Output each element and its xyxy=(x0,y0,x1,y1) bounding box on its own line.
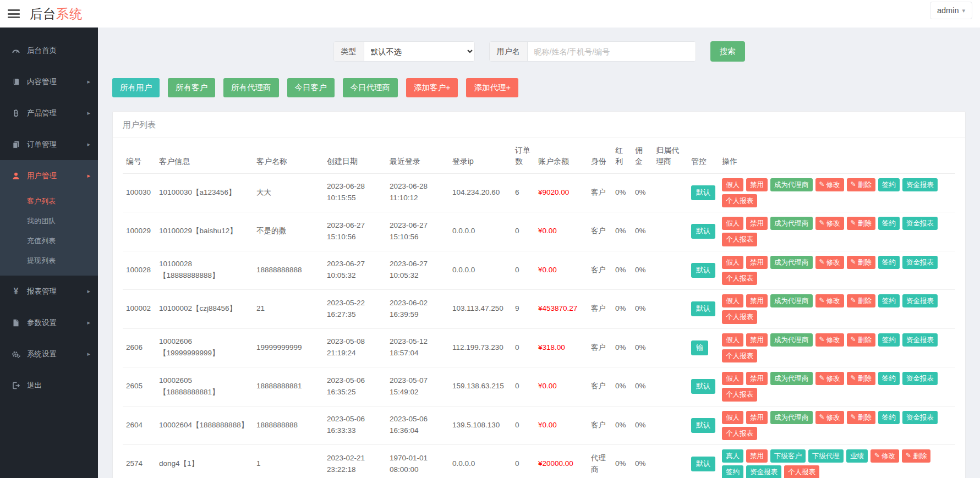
control-chip[interactable]: 默认 xyxy=(691,263,715,278)
op-fund-report-button[interactable]: 资金报表 xyxy=(902,333,938,347)
op-become-agent-button[interactable]: 成为代理商 xyxy=(770,294,813,307)
op-fund-report-button[interactable]: 资金报表 xyxy=(902,411,938,424)
op-personal-report-button[interactable]: 个人报表 xyxy=(722,310,757,323)
cell-control: 默认 xyxy=(688,290,719,329)
op-fake-user-button[interactable]: 假人 xyxy=(722,333,743,347)
all-agents-button[interactable]: 所有代理商 xyxy=(223,78,279,97)
op-sign-button[interactable]: 签约 xyxy=(722,465,743,478)
control-chip[interactable]: 默认 xyxy=(691,457,715,471)
op-sign-button[interactable]: 签约 xyxy=(878,256,900,269)
op-fund-report-button[interactable]: 资金报表 xyxy=(902,217,938,230)
username-input[interactable] xyxy=(528,42,696,61)
op-sign-button[interactable]: 签约 xyxy=(878,294,900,307)
sidebar-item-logout[interactable]: 退出 xyxy=(0,370,98,401)
op-disable-button[interactable]: 禁用 xyxy=(746,411,768,424)
op-delete-button[interactable]: ✎删除 xyxy=(847,333,875,347)
sidebar-item-products[interactable]: 产品管理 ▸ xyxy=(0,97,98,129)
hamburger-menu-icon[interactable] xyxy=(8,9,20,18)
op-sign-button[interactable]: 签约 xyxy=(878,333,900,347)
op-edit-button[interactable]: ✎修改 xyxy=(815,217,844,230)
all-customers-button[interactable]: 所有客户 xyxy=(168,78,215,97)
op-disable-button[interactable]: 禁用 xyxy=(746,178,768,191)
op-become-agent-button[interactable]: 成为代理商 xyxy=(770,256,813,269)
add-agent-button[interactable]: 添加代理+ xyxy=(466,78,518,97)
op-disable-button[interactable]: 禁用 xyxy=(746,294,768,307)
op-become-agent-button[interactable]: 成为代理商 xyxy=(770,411,813,424)
op-delete-button[interactable]: ✎删除 xyxy=(847,411,875,424)
op-edit-button[interactable]: ✎修改 xyxy=(815,333,844,347)
op-become-agent-button[interactable]: 成为代理商 xyxy=(770,217,813,230)
op-fund-report-button[interactable]: 资金报表 xyxy=(902,294,938,307)
op-sub-customers-button[interactable]: 下级客户 xyxy=(770,449,806,463)
op-sign-button[interactable]: 签约 xyxy=(878,372,900,385)
sidebar-item-my-team[interactable]: 我的团队 xyxy=(0,211,98,231)
op-fake-user-button[interactable]: 假人 xyxy=(722,256,743,269)
type-select[interactable]: 默认不选 xyxy=(364,42,474,61)
op-delete-button[interactable]: ✎删除 xyxy=(847,217,875,230)
op-real-user-button[interactable]: 真人 xyxy=(722,449,743,463)
op-sign-button[interactable]: 签约 xyxy=(878,178,900,191)
control-chip[interactable]: 默认 xyxy=(691,185,715,200)
op-become-agent-button[interactable]: 成为代理商 xyxy=(770,372,813,385)
op-disable-button[interactable]: 禁用 xyxy=(746,217,768,230)
op-fund-report-button[interactable]: 资金报表 xyxy=(902,256,938,269)
op-sign-button[interactable]: 签约 xyxy=(878,217,900,230)
op-fake-user-button[interactable]: 假人 xyxy=(722,294,743,307)
op-personal-report-button[interactable]: 个人报表 xyxy=(722,272,757,285)
op-performance-button[interactable]: 业绩 xyxy=(846,449,868,463)
sidebar-item-recharge-list[interactable]: 充值列表 xyxy=(0,231,98,251)
op-personal-report-button[interactable]: 个人报表 xyxy=(722,194,757,207)
add-customer-button[interactable]: 添加客户+ xyxy=(406,78,458,97)
op-edit-button[interactable]: ✎修改 xyxy=(815,256,844,269)
op-edit-button[interactable]: ✎修改 xyxy=(815,372,844,385)
op-delete-button[interactable]: ✎删除 xyxy=(902,449,930,463)
op-become-agent-button[interactable]: 成为代理商 xyxy=(770,333,813,347)
admin-user-menu[interactable]: admin ▾ xyxy=(930,2,972,19)
sidebar-item-dashboard[interactable]: 后台首页 xyxy=(0,35,98,66)
control-chip[interactable]: 输 xyxy=(691,340,708,355)
op-fake-user-button[interactable]: 假人 xyxy=(722,411,743,424)
control-chip[interactable]: 默认 xyxy=(691,224,715,239)
op-fake-user-button[interactable]: 假人 xyxy=(722,372,743,385)
op-delete-button[interactable]: ✎删除 xyxy=(847,178,875,191)
op-delete-button[interactable]: ✎删除 xyxy=(847,256,875,269)
op-fake-user-button[interactable]: 假人 xyxy=(722,178,743,191)
op-edit-button[interactable]: ✎修改 xyxy=(870,449,899,463)
sidebar-item-reports[interactable]: ¥ 报表管理 ▸ xyxy=(0,276,98,307)
sidebar-item-withdraw-list[interactable]: 提现列表 xyxy=(0,251,98,271)
op-personal-report-button[interactable]: 个人报表 xyxy=(722,349,757,362)
op-edit-button[interactable]: ✎修改 xyxy=(815,178,844,191)
sidebar-item-customer-list[interactable]: 客户列表 xyxy=(0,191,98,211)
all-users-button[interactable]: 所有用户 xyxy=(112,78,160,97)
op-personal-report-button[interactable]: 个人报表 xyxy=(722,427,757,440)
op-fund-report-button[interactable]: 资金报表 xyxy=(902,178,938,191)
op-disable-button[interactable]: 禁用 xyxy=(746,333,768,347)
op-become-agent-button[interactable]: 成为代理商 xyxy=(770,178,813,191)
search-button[interactable]: 搜索 xyxy=(710,41,745,62)
op-edit-button[interactable]: ✎修改 xyxy=(815,294,844,307)
today-agents-button[interactable]: 今日代理商 xyxy=(343,78,398,97)
sidebar-item-orders[interactable]: 订单管理 ▸ xyxy=(0,129,98,160)
sidebar-item-content[interactable]: 内容管理 ▸ xyxy=(0,66,98,97)
op-disable-button[interactable]: 禁用 xyxy=(746,372,768,385)
op-personal-report-button[interactable]: 个人报表 xyxy=(722,388,757,401)
op-fund-report-button[interactable]: 资金报表 xyxy=(902,372,938,385)
op-personal-report-button[interactable]: 个人报表 xyxy=(722,233,757,246)
op-edit-button[interactable]: ✎修改 xyxy=(815,411,844,424)
op-personal-report-button[interactable]: 个人报表 xyxy=(784,465,819,478)
op-delete-button[interactable]: ✎删除 xyxy=(847,294,875,307)
sidebar-item-users[interactable]: 用户管理 ▸ xyxy=(0,160,98,191)
op-fund-report-button[interactable]: 资金报表 xyxy=(746,465,781,478)
op-fake-user-button[interactable]: 假人 xyxy=(722,217,743,230)
op-disable-button[interactable]: 禁用 xyxy=(746,449,768,463)
control-chip[interactable]: 默认 xyxy=(691,379,715,394)
today-customers-button[interactable]: 今日客户 xyxy=(287,78,335,97)
op-delete-button[interactable]: ✎删除 xyxy=(847,372,875,385)
sidebar-item-params[interactable]: 参数设置 ▸ xyxy=(0,307,98,338)
op-disable-button[interactable]: 禁用 xyxy=(746,256,768,269)
sidebar-item-system[interactable]: 系统设置 ▸ xyxy=(0,338,98,370)
op-sub-agents-button[interactable]: 下级代理 xyxy=(808,449,844,463)
control-chip[interactable]: 默认 xyxy=(691,301,715,316)
control-chip[interactable]: 默认 xyxy=(691,418,715,433)
op-sign-button[interactable]: 签约 xyxy=(878,411,900,424)
